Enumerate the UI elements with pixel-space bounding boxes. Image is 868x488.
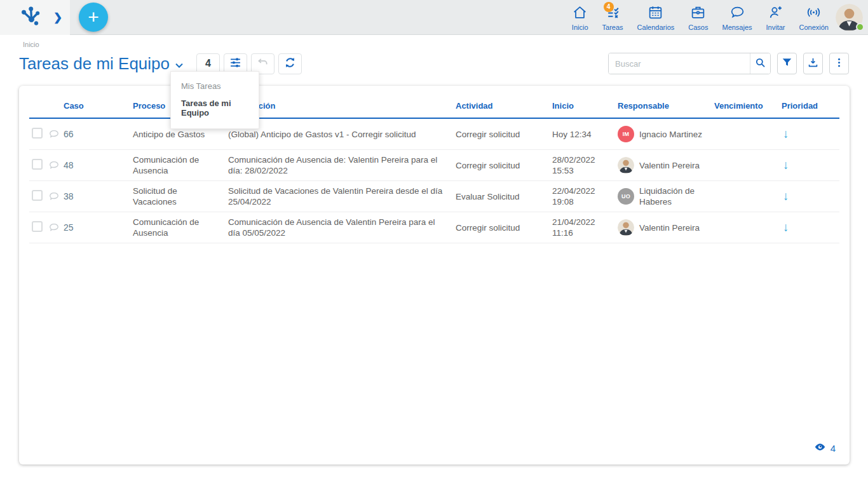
start-date: 28/02/2022 15:53 [550,151,615,179]
priority-low-icon: ↓ [782,220,789,234]
breadcrumb[interactable]: Inicio [23,41,868,48]
table-row[interactable]: 48Comunicación de AusenciaComunicación d… [29,150,839,181]
process-name: Comunicación de Ausencia [130,214,226,241]
nav-inicio[interactable]: Inicio [572,4,588,31]
responsible-name: Valentin Pereira [639,160,700,171]
nav-label: Invitar [766,24,785,31]
responsible: UOLiquidación de Haberes [615,182,712,210]
nav-label: Inicio [572,24,588,31]
activity: Corregir solicitud [453,126,550,143]
search-icon [754,57,766,71]
description: (Global) Anticipo de Gastos v1 - Corregi… [226,126,453,143]
col-inicio[interactable]: Inicio [550,101,615,111]
col-prioridad[interactable]: Prioridad [779,101,839,111]
nav-calendarios[interactable]: Calendarios [637,4,675,31]
export-button[interactable] [803,53,823,74]
logo-area: ❯ [0,0,70,35]
eye-icon[interactable] [814,441,826,456]
col-caso[interactable]: Caso [61,101,130,111]
nav-label: Calendarios [637,24,675,31]
funnel-icon [781,57,793,71]
nav-invitar[interactable]: Invitar [766,4,785,31]
dropdown-item-mis-tareas[interactable]: Mis Tareas [171,76,259,93]
comment-icon[interactable] [46,125,61,143]
comment-icon[interactable] [46,187,61,205]
responsible: Valentin Pereira [615,216,712,239]
page-title[interactable]: Tareas de mi Equipo [19,54,170,74]
search-button[interactable] [750,53,770,74]
search-input[interactable] [609,53,750,74]
nav-mensajes[interactable]: Mensajes [722,4,752,31]
case-number: 66 [61,126,130,143]
priority-low-icon: ↓ [782,127,789,140]
case-number: 25 [61,219,130,236]
chat-icon [729,4,745,23]
table-row[interactable]: 66Anticipo de Gastos(Global) Anticipo de… [29,119,839,150]
nav-conexion[interactable]: Conexión [799,4,829,31]
activity: Evaluar Solicitud [453,188,550,205]
due-date [712,131,779,137]
col-actividad[interactable]: Actividad [453,101,550,111]
process-name: Comunicación de Ausencia [130,151,226,179]
topbar: ❯ + Inicio 4 Tareas Calendarios Ca [0,0,868,35]
responsible-name: Ignacio Martinez [639,129,702,140]
process-name: Solicitud de Vacaciones [130,182,226,210]
broadcast-icon [806,4,822,23]
search-group [608,53,771,74]
table-row[interactable]: 38Solicitud de VacacionesSolicitud de Va… [29,181,839,212]
nav-tareas[interactable]: 4 Tareas [602,4,623,31]
home-icon [572,4,588,23]
description: Solicitud de Vacaciones de Valentin Pere… [226,182,453,210]
title-toolbar: Tareas de mi Equipo 4 [19,51,849,76]
briefcase-icon [690,4,706,23]
nav-label: Conexión [799,24,829,31]
responsible-name: Valentin Pereira [639,222,700,233]
row-checkbox[interactable] [32,221,43,232]
nav-label: Mensajes [722,24,752,31]
responsible: Valentin Pereira [615,154,712,177]
sidebar-expand-icon[interactable]: ❯ [53,11,62,24]
avatar: IM [618,126,634,142]
col-vencimiento[interactable]: Vencimiento [712,101,779,111]
view-dropdown: Mis Tareas Tareas de mi Equipo [170,71,259,129]
start-date: Hoy 12:34 [550,126,615,143]
start-date: 21/04/2022 11:16 [550,214,615,241]
due-date [712,224,779,231]
more-options-button[interactable] [829,53,849,74]
dropdown-item-tareas-equipo[interactable]: Tareas de mi Equipo [171,93,259,119]
table-header: Caso Proceso Descripción Actividad Inici… [29,94,839,119]
nav-casos[interactable]: Casos [688,4,708,31]
tareas-count-badge: 4 [604,2,614,12]
comment-icon[interactable] [46,156,61,174]
case-number: 38 [61,188,130,205]
col-descripcion[interactable]: Descripción [226,101,453,111]
filter-button[interactable] [777,53,797,74]
task-count: 4 [205,58,211,69]
sliders-icon [229,56,242,72]
row-checkbox[interactable] [32,190,43,201]
visible-count: 4 [831,443,836,454]
row-checkbox[interactable] [32,159,43,170]
avatar [618,219,634,236]
row-checkbox[interactable] [32,128,43,139]
avatar: UO [618,188,634,205]
refresh-button[interactable] [278,53,302,74]
brand-frog-logo-icon[interactable] [19,5,42,30]
due-date [712,193,779,200]
case-number: 48 [61,157,130,174]
download-icon [807,57,819,71]
col-responsable[interactable]: Responsable [615,101,712,111]
create-new-button[interactable]: + [79,3,108,32]
chevron-down-icon[interactable] [175,60,184,71]
start-date: 22/04/2022 19:08 [550,182,615,210]
priority-low-icon: ↓ [782,158,789,172]
kebab-icon [833,57,845,71]
activity: Corregir solicitud [453,219,550,236]
comment-icon[interactable] [46,219,61,236]
card-footer: 4 [19,441,850,464]
table-row[interactable]: 25Comunicación de AusenciaComunicación d… [29,212,839,243]
description: Comunicación de Ausencia de Valentin Per… [226,214,453,241]
priority-low-icon: ↓ [782,189,789,203]
activity: Corregir solicitud [453,157,550,174]
description: Comunicación de Ausencia de: Valentin Pe… [226,151,453,179]
